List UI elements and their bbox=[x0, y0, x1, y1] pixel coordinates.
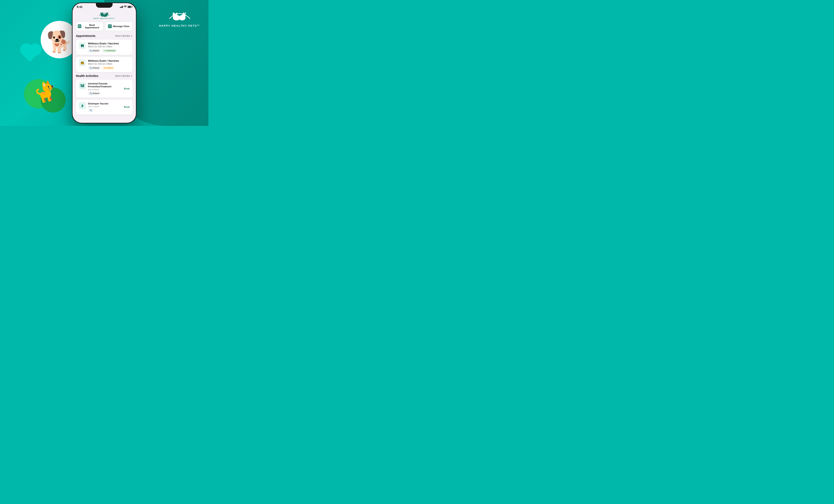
health-icon-1 bbox=[79, 82, 86, 89]
app-content: HAPPY HEALTHY PETS™ bbox=[72, 9, 136, 121]
appointment-icon-2 bbox=[79, 60, 86, 66]
action-buttons: Book Appointment Message Clinic bbox=[76, 22, 133, 31]
appointment-tags-2: 🐾 Roland ⚠ Confirm bbox=[88, 66, 130, 70]
appointment-date-1: March 18, 2023 at 1:00pm bbox=[88, 45, 130, 48]
health-filter-label: Next 6 Months bbox=[115, 74, 130, 77]
appointments-dropdown-arrow: ▼ bbox=[131, 35, 133, 37]
signal-bar-4 bbox=[123, 6, 123, 8]
svg-point-13 bbox=[106, 13, 108, 16]
cat-figure: 🐈 bbox=[29, 73, 63, 110]
svg-marker-7 bbox=[184, 12, 186, 14]
brand-logo-icon bbox=[167, 6, 192, 23]
signal-bar-3 bbox=[122, 6, 122, 8]
health-pet-tag-1: 🐾 Roland bbox=[88, 92, 101, 95]
svg-rect-26 bbox=[83, 44, 83, 45]
appointment-date-2: March 18, 2023 at 1:00pm bbox=[88, 63, 130, 65]
appointment-card-2: Wellness Exam / Vaccines March 18, 2023 … bbox=[76, 57, 133, 72]
appointment-body-2: Wellness Exam / Vaccines March 18, 2023 … bbox=[88, 60, 130, 70]
phone-screen: 9:41 bbox=[72, 3, 136, 123]
status-time: 9:41 bbox=[77, 5, 83, 8]
signal-icon bbox=[120, 6, 123, 8]
appointments-filter[interactable]: Next 6 Months ▼ bbox=[115, 35, 133, 37]
appointments-filter-label: Next 6 Months bbox=[115, 35, 130, 37]
appointment-card-1: Wellness Exam / Vaccines March 18, 2023 … bbox=[76, 40, 133, 55]
appointment-title-1: Wellness Exam / Vaccines bbox=[88, 42, 130, 45]
svg-marker-15 bbox=[107, 12, 108, 13]
health-icon-2 bbox=[79, 102, 86, 109]
svg-rect-34 bbox=[81, 63, 84, 63]
svg-rect-32 bbox=[81, 62, 82, 62]
health-pet-tag-2: 🐾 bbox=[88, 109, 94, 112]
appointment-tags-1: 🐾 Roland ✓ Confirmed bbox=[88, 49, 130, 52]
signal-bar-1 bbox=[120, 7, 120, 8]
phone-frame: 9:41 bbox=[72, 2, 136, 124]
appointments-header: Appointments Next 6 Months ▼ bbox=[76, 34, 133, 38]
svg-rect-20 bbox=[79, 26, 79, 27]
health-tags-2: 🐾 bbox=[88, 109, 122, 112]
wifi-icon bbox=[124, 6, 127, 8]
phone-notch bbox=[96, 3, 113, 8]
appointment-title-2: Wellness Exam / Vaccines bbox=[88, 60, 130, 62]
book-appointment-button[interactable]: Book Appointment bbox=[76, 22, 103, 31]
cat-image: 🐈 bbox=[32, 80, 60, 104]
health-tags-1: 🐾 Roland bbox=[88, 92, 122, 95]
dog-image: 🐕 bbox=[46, 31, 72, 52]
health-activity-title-2: Distemper Vaccine bbox=[88, 102, 122, 105]
appointment-body-1: Wellness Exam / Vaccines March 18, 2023 … bbox=[88, 42, 130, 52]
status-icons bbox=[120, 6, 132, 8]
phone-body: 9:41 bbox=[72, 2, 136, 124]
pet-tag-2: 🐾 Roland bbox=[88, 66, 101, 70]
svg-rect-16 bbox=[79, 25, 81, 27]
health-body-2: Distemper Vaccine Due in March 🐾 bbox=[88, 102, 122, 112]
svg-rect-33 bbox=[83, 62, 83, 62]
health-title: Health Activities bbox=[76, 74, 98, 78]
svg-marker-6 bbox=[183, 12, 184, 14]
health-due-2: Due in March bbox=[88, 106, 122, 108]
pet-tag-1: 🐾 Roland bbox=[88, 49, 101, 52]
message-clinic-button[interactable]: Message Clinic bbox=[105, 22, 133, 31]
svg-point-5 bbox=[182, 14, 186, 17]
brand-logo-text: HAPPY HEALTHY PETS™ bbox=[159, 24, 200, 27]
status-tag-2[interactable]: ⚠ Confirm bbox=[102, 66, 115, 70]
calendar-icon bbox=[78, 24, 81, 28]
svg-rect-25 bbox=[81, 44, 82, 45]
signal-bar-2 bbox=[121, 7, 121, 8]
svg-point-42 bbox=[81, 84, 81, 85]
svg-point-43 bbox=[83, 84, 84, 85]
app-logo: HAPPY HEALTHY PETS™ bbox=[76, 9, 133, 19]
status-tag-1: ✓ Confirmed bbox=[102, 49, 117, 52]
battery-icon bbox=[128, 6, 132, 8]
brand-logo: HAPPY HEALTHY PETS™ bbox=[159, 6, 200, 27]
appointment-icon-1 bbox=[79, 42, 86, 49]
health-due-1: Due in March bbox=[88, 89, 122, 91]
health-book-btn-2[interactable]: Book bbox=[124, 106, 130, 108]
svg-rect-27 bbox=[81, 45, 84, 46]
health-activity-title-1: Intestinal Parasite Prevention/Treatment bbox=[88, 82, 122, 88]
message-clinic-label: Message Clinic bbox=[113, 25, 129, 27]
health-filter[interactable]: Next 6 Months ▼ bbox=[115, 74, 133, 77]
health-card-2: Distemper Vaccine Due in March 🐾 Book bbox=[76, 100, 133, 114]
battery-fill bbox=[128, 6, 131, 7]
health-card-1: Intestinal Parasite Prevention/Treatment… bbox=[76, 80, 133, 97]
appointments-title: Appointments bbox=[76, 34, 95, 38]
svg-point-45 bbox=[82, 105, 83, 106]
app-logo-icon bbox=[98, 9, 110, 18]
message-icon bbox=[108, 24, 112, 28]
health-body-1: Intestinal Parasite Prevention/Treatment… bbox=[88, 82, 122, 95]
health-dropdown-arrow: ▼ bbox=[131, 75, 133, 77]
book-appointment-label: Book Appointment bbox=[83, 24, 102, 29]
app-logo-text: HAPPY HEALTHY PETS™ bbox=[93, 18, 115, 19]
health-header: Health Activities Next 6 Months ▼ bbox=[76, 74, 133, 78]
health-book-btn-1[interactable]: Book bbox=[124, 87, 130, 90]
